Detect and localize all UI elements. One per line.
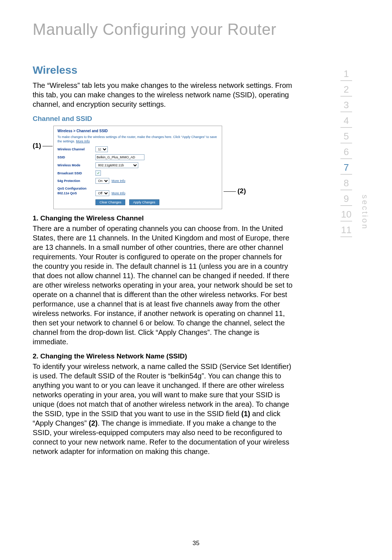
page-title: Manually Configuring your Router <box>33 20 367 38</box>
section-nav-7[interactable]: 7 <box>338 159 355 174</box>
more-info-link[interactable]: More Info <box>76 139 90 143</box>
document-page: Manually Configuring your Router Wireles… <box>0 0 392 560</box>
section-nav-2[interactable]: 2 <box>338 81 355 96</box>
intro-paragraph: The “Wireless” tab lets you make changes… <box>33 81 294 109</box>
apply-changes-button[interactable]: Apply Changes <box>129 199 159 205</box>
section-nav-1[interactable]: 1 <box>338 65 355 80</box>
qos-select[interactable]: Off <box>95 190 109 196</box>
paragraph-changing-ssid: To identify your wireless network, a nam… <box>33 362 294 456</box>
section-nav-10[interactable]: 10 <box>338 206 355 221</box>
section-nav-6[interactable]: 6 <box>338 143 355 158</box>
more-info-link-qos[interactable]: More Info <box>111 191 125 195</box>
section-nav-3[interactable]: 3 <box>338 97 355 111</box>
section-nav-8[interactable]: 8 <box>338 175 355 190</box>
label-ssid: SSID <box>57 155 95 159</box>
row-broadcast-ssid: Broadcast SSID ✓ <box>57 170 218 176</box>
p2-ref-1: (1) <box>241 410 250 418</box>
callout-2-label: (2) <box>237 187 246 195</box>
section-nav-11[interactable]: 11 <box>338 222 355 236</box>
content-area: Wireless The “Wireless” tab lets you mak… <box>33 64 367 462</box>
section-label: section <box>360 195 369 230</box>
p2-ref-2: (2) <box>89 419 98 427</box>
paragraph-changing-channel: There are a number of operating channels… <box>33 224 294 346</box>
label-wireless-mode: Wireless Mode <box>57 163 95 167</box>
protection-select[interactable]: On <box>95 178 109 184</box>
qos-heading: QoS Configuration <box>57 187 218 190</box>
figure-with-callouts: (1) Wireless > Channel and SSID To make … <box>33 126 294 209</box>
figure-button-row: Clear Changes Apply Changes <box>95 198 218 205</box>
page-number: 35 <box>0 540 392 547</box>
heading-channel-ssid: Channel and SSID <box>33 115 294 123</box>
figure-description: To make changes to the wireless settings… <box>57 135 218 143</box>
ssid-input[interactable] <box>95 154 144 160</box>
label-wireless-channel: Wireless Channel <box>57 147 95 151</box>
section-nav-9[interactable]: 9 <box>338 190 355 205</box>
label-broadcast-ssid: Broadcast SSID <box>57 171 95 175</box>
wireless-channel-select[interactable]: 11 <box>95 146 108 152</box>
heading-changing-ssid: 2. Changing the Wireless Network Name (S… <box>33 352 294 360</box>
row-ssid: SSID <box>57 154 218 160</box>
section-numbers: 1 2 3 4 5 6 7 8 9 10 11 <box>338 65 355 237</box>
main-column: Wireless The “Wireless” tab lets you mak… <box>33 64 294 462</box>
heading-changing-channel: 1. Changing the Wireless Channel <box>33 214 294 222</box>
callout-1: (1) <box>33 142 53 150</box>
callout-1-label: (1) <box>33 142 41 149</box>
clear-changes-button[interactable]: Clear Changes <box>95 199 125 205</box>
more-info-link-protection[interactable]: More Info <box>111 179 125 183</box>
breadcrumb: Wireless > Channel and SSID <box>57 129 218 133</box>
router-ui-screenshot: Wireless > Channel and SSID To make chan… <box>53 126 222 209</box>
wireless-mode-select[interactable]: 802.11g&802.11b <box>95 162 138 168</box>
label-54g-protection: 54g Protection <box>57 179 95 183</box>
callout-2: (2) <box>224 187 246 195</box>
row-qos: 802.11e QoS Off More Info <box>57 190 218 196</box>
heading-wireless: Wireless <box>33 64 294 76</box>
section-nav-5[interactable]: 5 <box>338 128 355 143</box>
label-qos: 802.11e QoS <box>57 191 95 195</box>
section-sidebar: 1 2 3 4 5 6 7 8 9 10 11 section <box>338 65 370 237</box>
section-nav-4[interactable]: 4 <box>338 112 355 127</box>
row-54g-protection: 54g Protection On More Info <box>57 178 218 184</box>
broadcast-ssid-checkbox[interactable]: ✓ <box>95 170 101 176</box>
row-wireless-channel: Wireless Channel 11 <box>57 146 218 152</box>
row-wireless-mode: Wireless Mode 802.11g&802.11b <box>57 162 218 168</box>
